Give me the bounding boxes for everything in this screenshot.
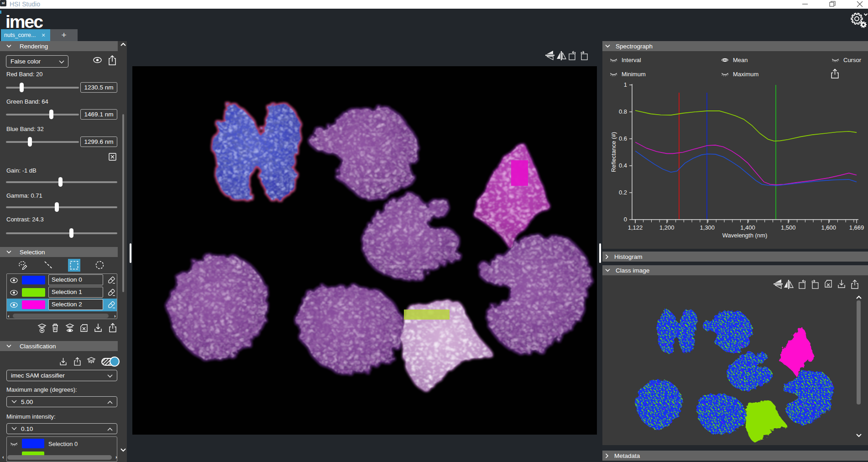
svg-text:1,500: 1,500 [781, 224, 796, 231]
svg-text:1,669: 1,669 [849, 224, 864, 231]
svg-text:0.8: 0.8 [619, 108, 627, 115]
svg-text:1,400: 1,400 [740, 224, 755, 231]
svg-text:1,300: 1,300 [700, 224, 715, 231]
svg-text:Wavelength (nm): Wavelength (nm) [722, 232, 768, 239]
svg-text:Reflectance (#): Reflectance (#) [610, 132, 617, 172]
svg-text:1: 1 [624, 82, 627, 88]
svg-text:0: 0 [624, 216, 627, 223]
svg-text:1,200: 1,200 [659, 224, 675, 231]
svg-text:0.2: 0.2 [619, 189, 627, 196]
svg-text:0.6: 0.6 [619, 135, 627, 142]
svg-text:0.4: 0.4 [619, 162, 627, 169]
svg-text:1,600: 1,600 [821, 224, 837, 231]
svg-text:1,122: 1,122 [628, 224, 643, 231]
